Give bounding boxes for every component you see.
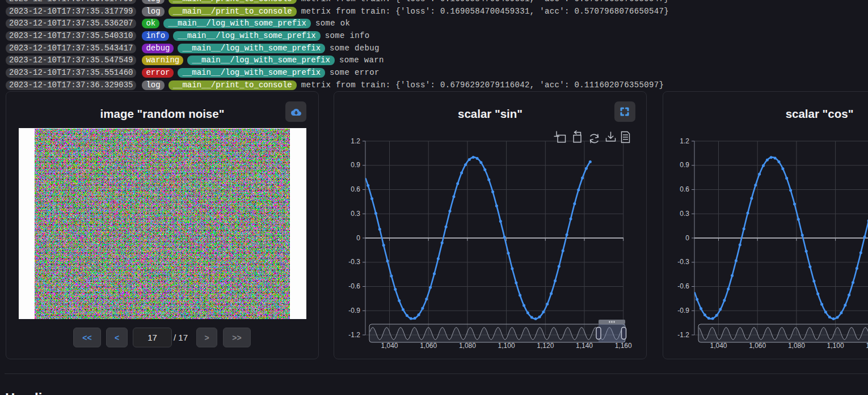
- svg-text:1,060: 1,060: [420, 342, 437, 350]
- svg-text:0.6: 0.6: [680, 185, 689, 193]
- svg-text:-1.2: -1.2: [348, 331, 360, 339]
- svg-text:0: 0: [685, 234, 689, 242]
- svg-text:1,100: 1,100: [827, 342, 844, 350]
- svg-text:-0.3: -0.3: [677, 258, 689, 266]
- svg-text:0.6: 0.6: [351, 185, 360, 193]
- svg-text:0.3: 0.3: [351, 210, 360, 218]
- svg-text:1,160: 1,160: [615, 342, 632, 350]
- svg-text:-0.9: -0.9: [677, 307, 689, 315]
- svg-text:1,040: 1,040: [710, 342, 727, 350]
- svg-text:1,080: 1,080: [788, 342, 805, 350]
- svg-text:-0.6: -0.6: [348, 282, 360, 290]
- svg-text:1,060: 1,060: [749, 342, 766, 350]
- svg-text:-0.6: -0.6: [677, 282, 689, 290]
- svg-text:-0.3: -0.3: [348, 258, 360, 266]
- svg-text:1,140: 1,140: [576, 342, 593, 350]
- svg-text:1,040: 1,040: [381, 342, 398, 350]
- svg-text:1.2: 1.2: [351, 137, 360, 145]
- svg-text:1,080: 1,080: [459, 342, 476, 350]
- svg-text:0.9: 0.9: [680, 161, 689, 169]
- svg-text:1.2: 1.2: [680, 137, 689, 145]
- svg-text:1,100: 1,100: [498, 342, 515, 350]
- svg-text:1,120: 1,120: [866, 342, 868, 350]
- svg-text:1,120: 1,120: [537, 342, 554, 350]
- svg-text:0.9: 0.9: [351, 161, 360, 169]
- svg-text:-1.2: -1.2: [677, 331, 689, 339]
- svg-text:0: 0: [356, 234, 360, 242]
- svg-text:-0.9: -0.9: [348, 307, 360, 315]
- svg-text:0.3: 0.3: [680, 210, 689, 218]
